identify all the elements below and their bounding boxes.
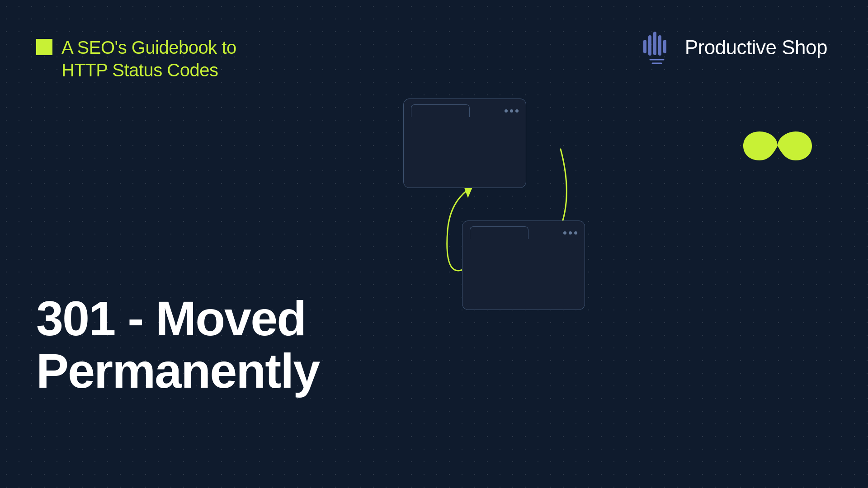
- dot-4: [563, 231, 566, 235]
- dot-3: [515, 109, 519, 113]
- yellow-square-icon: [36, 39, 52, 55]
- page-wrapper: A SEO's Guidebook to HTTP Status Codes P…: [0, 0, 868, 488]
- browser-window-bottom: [462, 221, 585, 310]
- svg-rect-0: [643, 40, 646, 53]
- main-title: 301 - Moved Permanently: [36, 292, 319, 398]
- svg-rect-2: [653, 32, 656, 55]
- dot-6: [574, 231, 577, 235]
- dot-1: [505, 109, 508, 113]
- browser-window-top: [403, 99, 526, 188]
- browser-menu-dots-bottom: [563, 231, 577, 235]
- dot-2: [510, 109, 513, 113]
- browser-menu-dots-top: [505, 109, 519, 113]
- svg-rect-4: [663, 40, 666, 53]
- logo-name: Productive Shop: [685, 36, 827, 59]
- dot-5: [569, 231, 572, 235]
- guidebook-text: A SEO's Guidebook to HTTP Status Codes: [61, 36, 236, 81]
- browser-tab-top: [411, 104, 470, 117]
- logo-area: Productive Shop: [639, 27, 827, 68]
- svg-rect-3: [658, 35, 661, 56]
- browser-top-bar: [404, 99, 526, 117]
- svg-rect-1: [648, 35, 651, 56]
- browser-tab-bottom: [470, 226, 528, 239]
- guidebook-label: A SEO's Guidebook to HTTP Status Codes: [36, 36, 236, 81]
- infinity-icon: [741, 122, 814, 172]
- productive-shop-logo-icon: [639, 27, 675, 68]
- browser-bottom-bar: [462, 221, 585, 239]
